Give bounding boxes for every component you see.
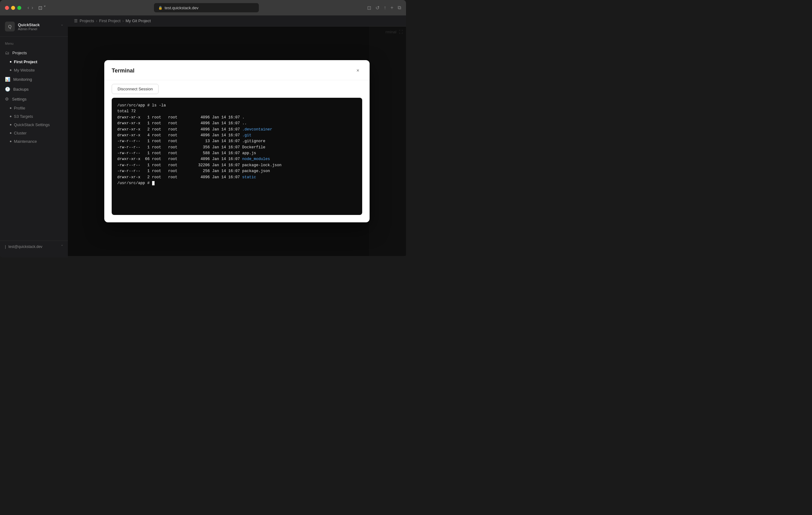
dot-icon [10,116,11,117]
sidebar-item-cluster[interactable]: Cluster [0,129,68,137]
backups-label: Backups [13,87,29,92]
dot-icon [10,107,11,109]
monitoring-icon: 📊 [5,77,10,82]
lock-icon: 🔒 [158,6,163,10]
sidebar-item-quickstack-settings[interactable]: QuickStack Settings [0,121,68,129]
my-website-label: My Website [14,68,35,72]
breadcrumb-current: My Git Project [125,19,151,23]
terminal-line: drwxr-xr-x 66 root root 4096 Jan 14 16:0… [117,156,357,162]
settings-label: Settings [12,97,27,101]
terminal-line: drwxr-xr-x 1 root root 4096 Jan 14 16:07… [117,115,357,121]
sidebar-item-projects[interactable]: 🗂 Projects [0,48,68,58]
logo-chevron-icon[interactable]: ˅ [61,24,63,29]
modal-header: Terminal × [104,60,370,80]
app-name: QuickStack [18,23,40,27]
sidebar-footer: | test@quickstack.dev ˄ [0,241,68,252]
terminal-line: drwxr-xr-x 2 root root 4096 Jan 14 16:07… [117,127,357,132]
sidebar-item-monitoring[interactable]: 📊 Monitoring [0,74,68,84]
active-dot [10,61,11,63]
cluster-label: Cluster [14,131,27,135]
breadcrumb-projects[interactable]: Projects [80,19,94,23]
sidebar-item-profile[interactable]: Profile [0,104,68,112]
main-area: ☰ Projects › First Project › My Git Proj… [68,16,406,258]
reload-icon[interactable]: ↺ [375,5,379,11]
breadcrumb: ☰ Projects › First Project › My Git Proj… [68,16,406,27]
logo-text: QuickStack Admin Panel [18,23,40,31]
menu-label: Menu [0,40,68,47]
profile-label: Profile [14,106,25,111]
terminal-line: -rw-r--r-- 1 root root 588 Jan 14 16:07 … [117,151,357,156]
user-icon: | [5,245,6,249]
new-tab-icon[interactable]: + [390,5,393,10]
modal-close-button[interactable]: × [353,66,362,75]
footer-chevron-icon[interactable]: ˄ [61,245,63,249]
terminal-line: /usr/src/app # [117,180,357,186]
sidebar: Q QuickStack Admin Panel ˅ Menu 🗂 Projec… [0,16,68,258]
browser-toolbar: ⊡ ↺ ↑ + ⧉ [367,5,401,11]
address-bar-container: 🔒 test.quickstack.dev [50,3,364,12]
terminal-line: -rw-r--r-- 1 root root 32206 Jan 14 16:0… [117,162,357,169]
browser-window: ‹ › ⊡ ˅ 🔒 test.quickstack.dev ⊡ ↺ ↑ + ⧉ … [0,0,406,258]
breadcrumb-first-project[interactable]: First Project [99,19,120,23]
monitoring-label: Monitoring [13,77,32,82]
app-content: Q QuickStack Admin Panel ˅ Menu 🗂 Projec… [0,16,406,258]
separator-1: › [96,19,97,23]
terminal-line: -rw-r--r-- 1 root root 13 Jan 14 16:07 .… [117,139,357,144]
share-icon[interactable]: ↑ [384,5,386,10]
sidebar-item-settings[interactable]: ⚙ Settings [0,94,68,104]
projects-label: Projects [12,51,27,55]
terminal-line: total 72 [117,109,357,114]
s3-targets-label: S3 Targets [14,114,33,119]
sidebar-item-first-project[interactable]: First Project [0,58,68,66]
sidebar-item-backups[interactable]: 🕐 Backups [0,84,68,94]
forward-button[interactable]: › [31,5,33,10]
terminal-line: -rw-r--r-- 1 root root 256 Jan 14 16:07 … [117,169,357,174]
terminal-line: /usr/src/app # ls -la [117,103,357,109]
sidebar-logo: Q QuickStack Admin Panel ˅ [0,20,68,37]
first-project-label: First Project [14,60,37,64]
cast-icon[interactable]: ⊡ [367,5,371,11]
logo-symbol: Q [8,24,12,29]
quickstack-settings-label: QuickStack Settings [14,122,50,127]
footer-user-email: test@quickstack.dev [8,245,42,249]
maximize-traffic-light[interactable] [17,6,21,10]
sidebar-toggle-icon[interactable]: ☰ [74,19,78,23]
sidebar-toggle-button[interactable]: ⊡ ˅ [38,5,46,11]
maintenance-label: Maintenance [14,139,37,144]
close-traffic-light[interactable] [5,6,9,10]
modal-title: Terminal [112,67,135,74]
cursor [152,181,154,185]
separator-2: › [122,19,124,23]
terminal-line: -rw-r--r-- 1 root root 356 Jan 14 16:07 … [117,145,357,151]
address-bar[interactable]: 🔒 test.quickstack.dev [154,3,259,12]
back-button[interactable]: ‹ [27,5,29,10]
terminal-line: drwxr-xr-x 2 root root 4096 Jan 14 16:07… [117,175,357,180]
disconnect-session-button[interactable]: Disconnect Session [112,84,158,94]
dot-icon [10,69,11,71]
projects-icon: 🗂 [5,50,9,55]
terminal-line: drwxr-xr-x 1 root root 4096 Jan 14 16:07… [117,121,357,126]
browser-titlebar: ‹ › ⊡ ˅ 🔒 test.quickstack.dev ⊡ ↺ ↑ + ⧉ [0,0,406,16]
terminal-output[interactable]: /usr/src/app # ls -latotal 72drwxr-xr-x … [112,98,362,215]
dot-icon [10,124,11,125]
sidebar-item-s3-targets[interactable]: S3 Targets [0,112,68,121]
url-text: test.quickstack.dev [165,5,198,10]
terminal-line: drwxr-xr-x 4 root root 4096 Jan 14 16:07… [117,132,357,139]
app-subtitle: Admin Panel [18,27,40,31]
modal-overlay: Terminal × Disconnect Session /usr/src/a… [68,27,406,256]
tabs-icon[interactable]: ⧉ [398,5,401,10]
terminal-modal: Terminal × Disconnect Session /usr/src/a… [104,60,370,222]
sidebar-item-my-website[interactable]: My Website [0,66,68,74]
minimize-traffic-light[interactable] [11,6,15,10]
modal-toolbar: Disconnect Session [104,80,370,98]
settings-icon: ⚙ [5,96,9,101]
logo-icon: Q [5,22,15,31]
traffic-lights [5,6,21,10]
dot-icon [10,132,11,134]
dot-icon [10,141,11,142]
content-area: rminal ⛶ Terminal × Disconnect [68,27,406,256]
backups-icon: 🕐 [5,87,10,92]
nav-buttons: ‹ › [27,5,33,10]
sidebar-item-maintenance[interactable]: Maintenance [0,137,68,146]
